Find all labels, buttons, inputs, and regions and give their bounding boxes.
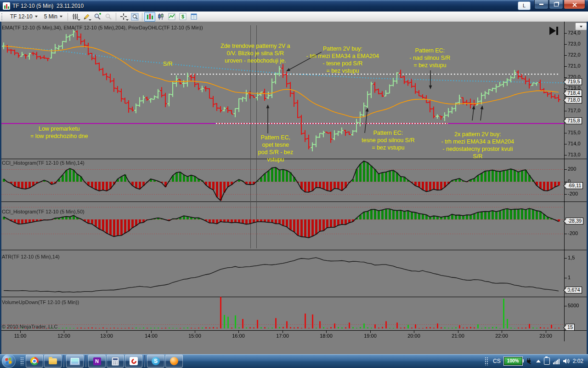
chevron-down-icon: [89, 19, 91, 21]
chevron-down-icon: [60, 16, 62, 17]
chrome-icon: [30, 357, 39, 365]
minimize-icon: [539, 4, 543, 5]
taskbar-app-image-viewer[interactable]: [66, 355, 84, 368]
candlestick-icon: [157, 13, 164, 20]
taskbar-grip[interactable]: [20, 357, 23, 365]
bar-chart-icon: [146, 13, 153, 20]
tray-grip[interactable]: [485, 357, 488, 365]
zoom-out-button[interactable]: [103, 12, 114, 22]
folder-icon: [49, 358, 57, 364]
region-chart-icon: [168, 13, 175, 20]
crosshair-button[interactable]: [118, 12, 129, 22]
zoom-in-icon: [94, 13, 102, 21]
minimize-button[interactable]: [534, 0, 548, 9]
language-indicator[interactable]: CS: [493, 358, 501, 364]
volume-icon[interactable]: [563, 358, 570, 364]
data-grid-button[interactable]: [188, 12, 199, 22]
action-center-icon[interactable]: [544, 357, 550, 365]
chevron-down-icon: [35, 16, 38, 17]
power-plug-icon[interactable]: [526, 358, 533, 364]
grid-icon: [190, 13, 198, 20]
close-button[interactable]: [564, 0, 585, 9]
image-viewer-icon: [70, 357, 80, 365]
close-icon: [572, 2, 577, 7]
interval-picker-button[interactable]: [70, 12, 81, 22]
hidden-icons-arrow[interactable]: [536, 360, 541, 362]
ninjatrader-icon: [130, 357, 138, 365]
toolbar-separator: [142, 13, 142, 21]
interval-label: 5 Min: [44, 13, 57, 20]
taskbar-app-skype[interactable]: S: [147, 355, 164, 368]
title-bar[interactable]: TF 12-10 (5 Min) 23.11.2010 L: [0, 0, 588, 12]
toolbar-separator: [68, 13, 68, 21]
chart-regions-button[interactable]: [166, 12, 177, 22]
window-border-left: [0, 22, 1, 354]
taskbar-separator: [85, 355, 86, 367]
drawing-tools-button[interactable]: [81, 12, 92, 22]
windows-logo-icon: [5, 357, 12, 365]
chart-zoom-button[interactable]: [129, 12, 140, 22]
restore-icon: [554, 2, 559, 6]
window-title: TF 12-10 (5 Min) 23.11.2010: [12, 3, 84, 9]
interval-dropdown[interactable]: 5 Min: [41, 12, 66, 21]
chevron-down-icon: [126, 19, 129, 21]
chevron-down-icon: [78, 19, 80, 21]
skype-icon: S: [152, 357, 160, 365]
zoom-in-button[interactable]: [92, 12, 103, 22]
dollar-icon: $: [179, 13, 187, 20]
taskbar-app-orange[interactable]: [165, 355, 183, 368]
calculator-icon: [112, 357, 119, 366]
chart-canvas[interactable]: [0, 22, 588, 354]
taskbar-separator: [63, 355, 64, 367]
taskbar: N S CS 100% 2:02: [0, 354, 588, 368]
taskbar-app-ninjatrader[interactable]: [125, 355, 142, 368]
chart-toolbar: TF 12-10 5 Min $: [0, 12, 588, 22]
toolbar-separator: [116, 13, 116, 21]
restore-button[interactable]: [549, 0, 563, 9]
candlestick-style-button[interactable]: [155, 12, 166, 22]
ninjatrader-window: TF 12-10 (5 Min) 23.11.2010 L TF 12-10 5…: [0, 0, 588, 368]
battery-indicator[interactable]: 100%: [504, 357, 522, 365]
zoom-out-icon: [105, 13, 113, 21]
start-button[interactable]: [2, 354, 16, 368]
taskbar-clock[interactable]: 2:02: [573, 358, 583, 364]
taskbar-app-chrome[interactable]: [26, 355, 43, 368]
onenote-icon: N: [93, 357, 101, 365]
network-signal-icon[interactable]: [553, 358, 560, 364]
chart-style-button[interactable]: [144, 12, 155, 22]
taskbar-app-onenote[interactable]: N: [88, 355, 106, 368]
account-dollar-button[interactable]: $: [177, 12, 188, 22]
taskbar-separator: [144, 355, 145, 367]
taskbar-app-calculator[interactable]: [107, 355, 124, 368]
system-tray: CS 100% 2:02: [483, 357, 588, 365]
link-button[interactable]: L: [518, 1, 531, 10]
magnifier-icon: [131, 13, 139, 21]
taskbar-app-explorer[interactable]: [44, 355, 62, 368]
app-icon: [3, 2, 10, 10]
instrument-dropdown[interactable]: TF 12-10: [7, 12, 41, 21]
toolbar-grip[interactable]: [1, 13, 5, 20]
instrument-label: TF 12-10: [10, 13, 33, 20]
orange-app-icon: [170, 357, 178, 365]
svg-text:$: $: [181, 14, 184, 19]
